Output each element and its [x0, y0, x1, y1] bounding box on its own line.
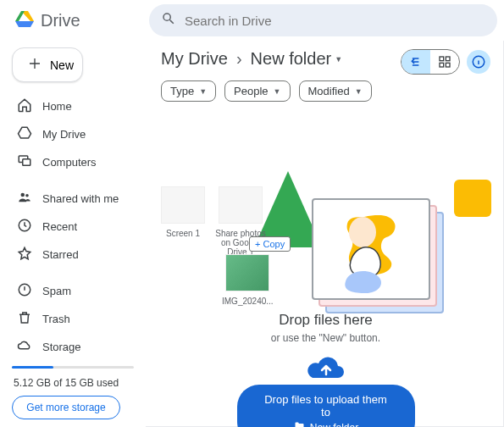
- sidebar-item-mydrive[interactable]: My Drive: [12, 121, 137, 147]
- svg-rect-13: [440, 63, 444, 67]
- sidebar-item-shared[interactable]: Shared with me: [12, 186, 137, 212]
- svg-point-16: [349, 217, 376, 247]
- drop-banner[interactable]: Drop files to upload them to New folder: [237, 385, 415, 427]
- sidebar: New Home My Drive Computers Shared with …: [0, 41, 146, 427]
- shared-icon: [17, 190, 32, 208]
- filter-people[interactable]: People▼: [224, 80, 290, 102]
- copy-badge: + Copy: [249, 236, 291, 252]
- sidebar-item-trash[interactable]: Trash: [12, 306, 137, 332]
- grid-view-button[interactable]: [430, 50, 459, 74]
- sidebar-item-recent[interactable]: Recent: [12, 214, 137, 240]
- storage-text: 5.12 GB of 15 GB used: [14, 377, 137, 389]
- recent-icon: [17, 218, 32, 236]
- get-more-storage-button[interactable]: Get more storage: [12, 396, 120, 419]
- main-panel: My Drive › New folder ▼ Type▼ Peopl: [146, 41, 504, 427]
- list-view-button[interactable]: [402, 50, 430, 74]
- storage-bar: [12, 366, 134, 369]
- dragged-file: IMG_20240...: [222, 254, 274, 306]
- filter-type[interactable]: Type▼: [161, 80, 216, 102]
- caret-down-icon: ▼: [335, 55, 342, 64]
- chevron-right-icon: ›: [236, 49, 242, 69]
- sidebar-item-home[interactable]: Home: [12, 93, 137, 119]
- starred-icon: [17, 246, 32, 263]
- svg-point-7: [21, 193, 25, 197]
- home-icon: [17, 97, 32, 115]
- drive-icon: [17, 125, 32, 143]
- search-bar[interactable]: [149, 4, 497, 36]
- dropzone-text: Drop files here or use the "New" button.: [271, 312, 380, 344]
- caret-down-icon: ▼: [199, 87, 207, 96]
- svg-rect-6: [23, 159, 30, 166]
- trash-icon: [17, 310, 32, 328]
- sidebar-item-storage[interactable]: Storage: [12, 334, 137, 360]
- brand-name: Drive: [41, 11, 80, 30]
- breadcrumb-root[interactable]: My Drive: [161, 49, 228, 69]
- plus-icon: [28, 57, 42, 73]
- caret-down-icon: ▼: [355, 87, 363, 96]
- caret-down-icon: ▼: [274, 87, 281, 96]
- folder-icon: [293, 421, 305, 427]
- svg-rect-12: [446, 57, 450, 61]
- dragged-file: Screen 1: [161, 186, 205, 238]
- svg-point-8: [25, 194, 29, 197]
- dropzone-illustration: [254, 146, 500, 315]
- storage-icon: [17, 338, 32, 356]
- filter-modified[interactable]: Modified▼: [299, 80, 372, 102]
- svg-rect-14: [446, 63, 450, 67]
- drive-logo-icon: [15, 9, 34, 31]
- sidebar-item-starred[interactable]: Starred: [12, 241, 137, 268]
- computers-icon: [17, 153, 32, 171]
- info-button[interactable]: [467, 50, 490, 74]
- sidebar-item-computers[interactable]: Computers: [12, 149, 137, 175]
- sidebar-item-spam[interactable]: Spam: [12, 278, 137, 304]
- new-button[interactable]: New: [12, 47, 83, 82]
- search-icon: [161, 11, 176, 30]
- search-input[interactable]: [185, 14, 485, 28]
- upload-cloud-button[interactable]: [306, 354, 346, 386]
- svg-rect-11: [440, 57, 444, 61]
- view-toggle: [401, 49, 460, 75]
- spam-icon: [17, 282, 32, 300]
- breadcrumb-current[interactable]: New folder ▼: [251, 49, 343, 69]
